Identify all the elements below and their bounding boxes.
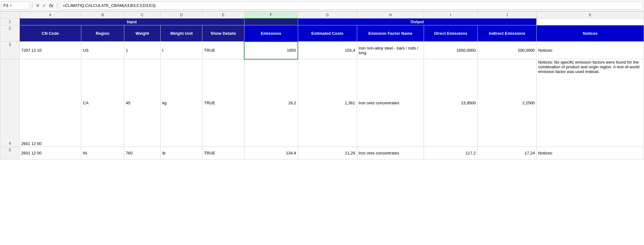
formula-bar-icons: ✕ ✓ fx <box>35 3 55 8</box>
cell-4G[interactable]: 1,361 <box>298 59 357 147</box>
col-header-A[interactable]: A <box>19 12 81 18</box>
col-label-show-details: Show Details <box>202 25 244 42</box>
cell-ref-text: F3 <box>3 3 8 8</box>
col-header-K[interactable]: K <box>537 12 644 18</box>
col-label-weight-unit: Weight Unit <box>161 25 202 42</box>
cell-reference-box[interactable]: F3 ▾ <box>1 2 30 10</box>
cell-5H[interactable]: Iron ores concentrates <box>357 147 424 159</box>
cancel-formula-icon[interactable]: ✕ <box>35 3 41 8</box>
col-label-estimated-costs: Estimated Costs <box>298 25 357 42</box>
col-header-D[interactable]: D <box>161 12 202 18</box>
input-header: Input <box>19 18 244 25</box>
cell-5C[interactable]: 760 <box>124 147 160 159</box>
cell-4F[interactable]: 16,2 <box>244 59 298 147</box>
cell-5I[interactable]: 117,2 <box>424 147 478 159</box>
cell-3F[interactable]: 1850 <box>244 42 298 59</box>
cell-4I[interactable]: 13,9500 <box>424 59 478 147</box>
col-header-H[interactable]: H <box>357 12 424 18</box>
cell-5F[interactable]: 134,4 <box>244 147 298 159</box>
row1-K <box>537 18 644 25</box>
cell-3D[interactable]: t <box>161 42 202 59</box>
col-header-C[interactable]: C <box>124 12 160 18</box>
cell-5A[interactable]: 2601 12 00 <box>19 147 81 159</box>
cell-3C[interactable]: 1 <box>124 42 160 59</box>
output-header: Output <box>298 18 537 25</box>
cell-5J[interactable]: 17,24 <box>478 147 537 159</box>
cell-4C[interactable]: 45 <box>124 59 160 147</box>
cell-4K[interactable]: Notices: No specific emission factors we… <box>537 59 644 147</box>
cell-ref-chevron-icon: ▾ <box>10 4 12 7</box>
row-header-2: 2 <box>0 25 20 42</box>
formula-bar-separator2: | <box>56 2 58 9</box>
cell-5D[interactable]: lb <box>161 147 202 159</box>
row-4: 4 2601 12 00 CA 45 kg TRUE 16,2 1,361 Ir… <box>0 59 644 147</box>
col-label-emissions: Emissions <box>244 25 298 42</box>
row-3: 3 7207 12 10 US 1 t TRUE 1850 155,4 Iron… <box>0 42 644 59</box>
col-header-J[interactable]: J <box>478 12 537 18</box>
formula-bar: F3 ▾ | ✕ ✓ fx | <box>0 0 644 11</box>
cell-4B[interactable]: CA <box>81 59 124 147</box>
row-header-4: 4 <box>0 59 20 147</box>
row-header-3: 3 <box>0 42 20 59</box>
col-label-cn-code: CN Code <box>19 25 81 42</box>
cell-4A[interactable]: 2601 12 00 <box>19 59 81 147</box>
col-header-E[interactable]: E <box>202 12 244 18</box>
cell-3I[interactable]: 1650,0000 <box>424 42 478 59</box>
row-2: 2 CN Code Region Weight Weight Unit Show… <box>0 25 644 42</box>
spreadsheet: A B C D E F G H I J K 1 Input <box>0 11 644 159</box>
cell-3A[interactable]: 7207 12 10 <box>19 42 81 59</box>
confirm-formula-icon[interactable]: ✓ <box>41 3 47 8</box>
row-1: 1 Input Output <box>0 18 644 25</box>
cell-5G[interactable]: 11,29 <box>298 147 357 159</box>
corner-header <box>0 12 20 18</box>
fx-icon[interactable]: fx <box>48 3 55 8</box>
cell-4D[interactable]: kg <box>161 59 202 147</box>
col-label-weight: Weight <box>124 25 160 42</box>
col-header-B[interactable]: B <box>81 12 124 18</box>
cell-3B[interactable]: US <box>81 42 124 59</box>
cell-3J[interactable]: 200,0000 <box>478 42 537 59</box>
cell-5B[interactable]: IN <box>81 147 124 159</box>
cell-4E[interactable]: TRUE <box>202 59 244 147</box>
col-label-direct-emissions: Direct Emissions <box>424 25 478 42</box>
cell-4H[interactable]: Iron ores concentrates <box>357 59 424 147</box>
col-header-G[interactable]: G <box>298 12 357 18</box>
cell-3K[interactable]: Notices: <box>537 42 644 59</box>
row-5: 5 2601 12 00 IN 760 lb TRUE 134,4 11,29 … <box>0 147 644 159</box>
col-header-F[interactable]: F <box>244 12 298 18</box>
col-label-region: Region <box>81 25 124 42</box>
col-header-I[interactable]: I <box>424 12 478 18</box>
formula-input[interactable] <box>60 2 643 10</box>
cell-3E[interactable]: TRUE <box>202 42 244 59</box>
cell-3G[interactable]: 155,4 <box>298 42 357 59</box>
row1-F <box>244 18 298 25</box>
row-header-5: 5 <box>0 147 20 159</box>
col-label-emission-factor-name: Emission Factor Name <box>357 25 424 42</box>
row-header-1: 1 <box>0 18 20 25</box>
cell-4J[interactable]: 2,2500 <box>478 59 537 147</box>
cell-3H[interactable]: Iron non-alloy steel - bars / rods / lon… <box>357 42 424 59</box>
col-label-notices: Notices <box>537 25 644 42</box>
cell-5E[interactable]: TRUE <box>202 147 244 159</box>
col-label-indirect-emissions: Indirect Emissions <box>478 25 537 42</box>
cell-5K[interactable]: Notices: <box>537 147 644 159</box>
formula-bar-separator: | <box>31 2 33 9</box>
